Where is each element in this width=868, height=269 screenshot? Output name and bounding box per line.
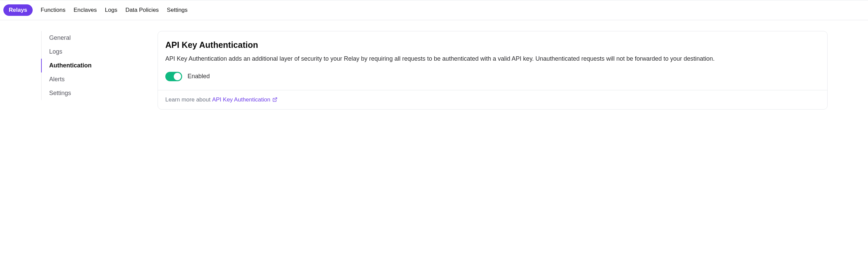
svg-line-0 <box>274 98 277 100</box>
topnav-item-logs[interactable]: Logs <box>105 5 118 16</box>
card-description: API Key Authentication adds an additiona… <box>165 54 820 64</box>
sidenav-item-settings[interactable]: Settings <box>41 86 115 100</box>
sidenav-item-logs[interactable]: Logs <box>41 45 115 59</box>
card-body: API Key Authentication API Key Authentic… <box>158 31 827 90</box>
toggle-knob <box>174 73 181 80</box>
topnav-item-enclaves[interactable]: Enclaves <box>74 5 97 16</box>
api-key-auth-toggle[interactable] <box>165 72 182 81</box>
card-title: API Key Authentication <box>165 40 820 50</box>
page-body: General Logs Authentication Alerts Setti… <box>0 20 868 130</box>
topnav-item-functions[interactable]: Functions <box>41 5 66 16</box>
card-footer: Learn more about API Key Authentication <box>158 90 827 109</box>
sidenav-item-authentication[interactable]: Authentication <box>41 59 115 73</box>
top-nav: Relays Functions Enclaves Logs Data Poli… <box>0 0 868 20</box>
topnav-item-data-policies[interactable]: Data Policies <box>125 5 159 16</box>
toggle-row: Enabled <box>165 72 820 81</box>
side-nav: General Logs Authentication Alerts Setti… <box>0 31 115 110</box>
sidenav-item-general[interactable]: General <box>41 31 115 45</box>
topnav-item-relays[interactable]: Relays <box>3 4 33 16</box>
topnav-item-settings[interactable]: Settings <box>167 5 188 16</box>
main-content: API Key Authentication API Key Authentic… <box>115 31 868 110</box>
toggle-label: Enabled <box>188 73 210 80</box>
learn-more-link-text: API Key Authentication <box>212 97 270 103</box>
api-key-auth-card: API Key Authentication API Key Authentic… <box>158 31 828 110</box>
external-link-icon <box>272 97 277 102</box>
footer-prefix: Learn more about <box>165 97 212 103</box>
learn-more-link[interactable]: API Key Authentication <box>212 97 277 103</box>
sidenav-item-alerts[interactable]: Alerts <box>41 73 115 86</box>
